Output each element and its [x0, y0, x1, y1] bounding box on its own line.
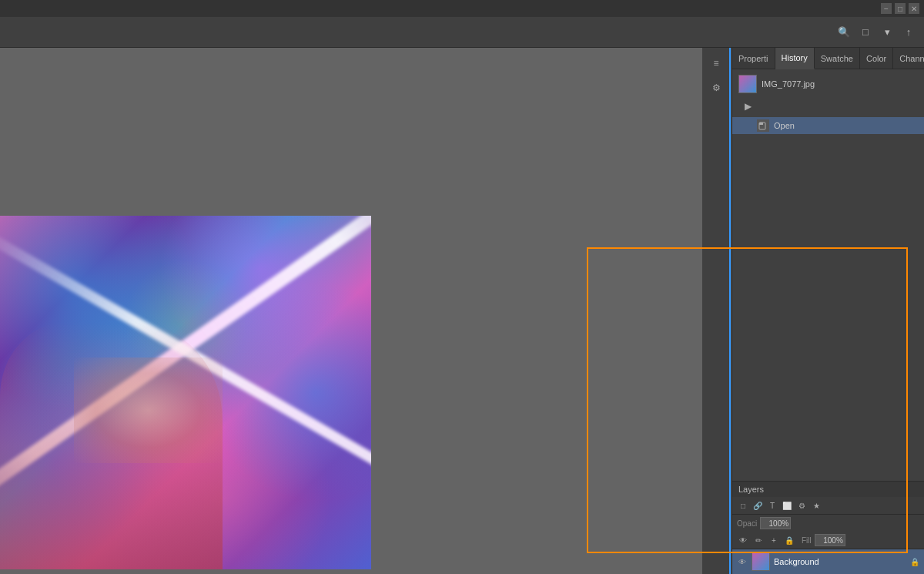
- side-tool-adjust[interactable]: ⚙: [705, 77, 727, 99]
- top-toolbar: 🔍 □ ▾ ↑: [0, 17, 924, 48]
- layers-opacity-row: Opaci: [732, 515, 924, 532]
- layers-tool-fx[interactable]: ⚙: [795, 499, 808, 512]
- search-icon[interactable]: 🔍: [836, 25, 852, 40]
- maximize-button[interactable]: □: [895, 3, 906, 14]
- fill-label: Fill: [802, 536, 812, 545]
- side-tool-menu[interactable]: ≡: [705, 52, 727, 74]
- snapshot-filename: IMG_7077.jpg: [762, 79, 815, 89]
- title-bar: − □ ✕: [0, 0, 924, 17]
- snapshot-thumbnail: [738, 75, 757, 93]
- layers-fill-row: 👁 ✏ + 🔒 Fill: [732, 532, 924, 549]
- right-panel: Properti History Swatche Color Channels …: [732, 48, 924, 574]
- layers-tool-mask[interactable]: ⬜: [781, 499, 793, 512]
- history-item-label: Open: [774, 121, 795, 130]
- layer-thumbnail: [752, 552, 770, 571]
- fill-input[interactable]: [815, 534, 845, 546]
- layer-brush-icon[interactable]: ✏: [752, 534, 765, 546]
- tab-history[interactable]: History: [775, 48, 815, 69]
- canvas-area: [0, 48, 702, 574]
- layout-icon[interactable]: □: [858, 25, 873, 40]
- share-icon[interactable]: ↑: [901, 25, 916, 40]
- layer-row-background[interactable]: 👁 Background 🔒: [732, 549, 924, 574]
- layers-header: Layers: [732, 482, 924, 497]
- dropdown-icon[interactable]: ▾: [879, 25, 895, 40]
- layer-eye-icon[interactable]: 👁: [737, 534, 749, 546]
- photo-background: [0, 216, 371, 569]
- minimize-button[interactable]: −: [881, 3, 892, 14]
- layer-lock-status: 🔒: [910, 558, 919, 566]
- panel-tabs: Properti History Swatche Color Channels …: [732, 48, 924, 69]
- layers-toolbar: □ 🔗 T ⬜ ⚙ ★: [732, 497, 924, 515]
- history-content: IMG_7077.jpg ▶ Open: [732, 69, 924, 481]
- hand-overlay: [74, 357, 223, 464]
- svg-rect-1: [759, 123, 763, 125]
- layers-tool-text[interactable]: T: [766, 499, 778, 512]
- layer-visibility-icon[interactable]: 👁: [737, 556, 748, 567]
- tab-properties[interactable]: Properti: [732, 48, 775, 69]
- play-button[interactable]: ▶: [740, 99, 755, 114]
- layer-lock-icon[interactable]: 🔒: [783, 534, 795, 546]
- layers-section: Layers □ 🔗 T ⬜ ⚙ ★ Opaci 👁 ✏ + 🔒 Fill 👁: [732, 481, 924, 574]
- close-button[interactable]: ✕: [909, 3, 919, 14]
- history-snapshot[interactable]: IMG_7077.jpg: [732, 72, 924, 96]
- layer-add-icon[interactable]: +: [768, 534, 780, 546]
- tab-channels[interactable]: Channels: [893, 48, 924, 69]
- opacity-input[interactable]: [760, 517, 791, 529]
- tab-swatches[interactable]: Swatche: [815, 48, 860, 69]
- layers-tool-link[interactable]: 🔗: [752, 499, 764, 512]
- photo-canvas: [0, 216, 371, 569]
- tab-color[interactable]: Color: [860, 48, 893, 69]
- layers-tool-shape[interactable]: □: [737, 499, 749, 512]
- side-tool-strip: ≡ ⚙: [702, 48, 731, 574]
- opacity-label: Opaci: [737, 519, 757, 528]
- open-icon: [757, 119, 769, 132]
- layer-name-label: Background: [774, 557, 906, 566]
- layers-tool-star[interactable]: ★: [810, 499, 822, 512]
- history-item-open[interactable]: Open: [732, 117, 924, 134]
